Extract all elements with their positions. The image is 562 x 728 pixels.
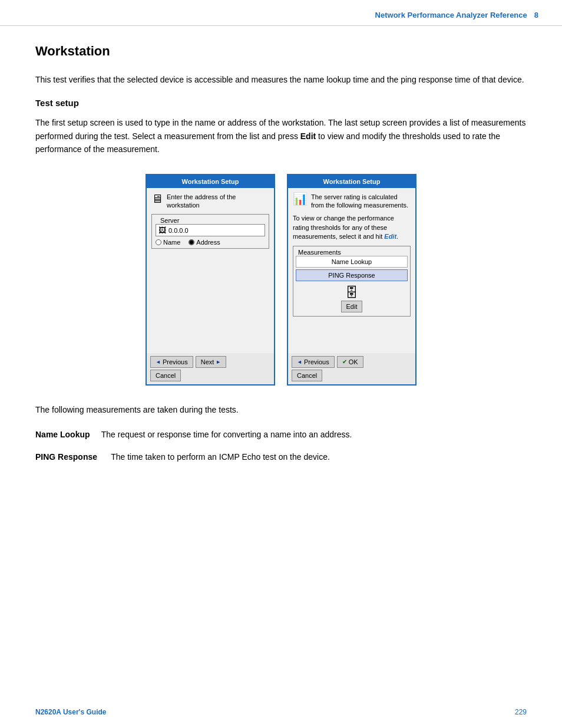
header-title: Network Performance Analyzer Reference (375, 11, 527, 19)
right-footer-bottom: Cancel (288, 370, 415, 384)
screenshots-container: Workstation Setup 🖥 Enter the address of… (35, 174, 527, 386)
left-dialog: Workstation Setup 🖥 Enter the address of… (146, 174, 275, 386)
right-icon-row: 📊 The server rating is calculated from t… (293, 193, 411, 210)
right-footer-top: Previous OK (288, 353, 415, 370)
ok-button[interactable]: OK (337, 356, 363, 368)
setup-paragraph: The first setup screen is used to type i… (35, 116, 527, 156)
right-previous-label: Previous (304, 358, 329, 365)
footer-left: N2620A User's Guide (35, 708, 106, 716)
left-dialog-title: Workstation Setup (147, 175, 274, 188)
measurements-fieldset: Measurements Name Lookup PING Response 🗄… (293, 246, 411, 317)
following-text: The following measurements are taken dur… (35, 403, 527, 416)
ok-label: OK (349, 358, 358, 365)
left-dialog-body: 🖥 Enter the address of the workstation S… (147, 188, 274, 353)
right-previous-button[interactable]: Previous (292, 356, 335, 368)
server-legend: Server (158, 217, 265, 224)
left-cancel-button[interactable]: Cancel (150, 370, 181, 381)
header-page-number: 8 (534, 11, 538, 19)
rating-icon: 📊 (293, 193, 308, 205)
ping-response-desc: PING Response The time taken to perform … (35, 450, 527, 463)
right-cancel-label: Cancel (297, 372, 317, 379)
workstation-icon: 🖥 (151, 193, 163, 205)
ping-response-term: PING Response (35, 452, 97, 462)
left-icon-row: 🖥 Enter the address of the workstation (151, 193, 269, 210)
ip-value: 0.0.0.0 (168, 227, 189, 234)
intro-paragraph: This test verifies that the selected dev… (35, 73, 527, 86)
name-lookup-description: The request or response time for convert… (101, 430, 352, 439)
radio-name-label: Name (163, 239, 180, 246)
left-footer-top: Previous Next (147, 353, 274, 370)
radio-address-label: Address (196, 239, 220, 246)
name-lookup-term: Name Lookup (35, 430, 90, 439)
subsection-title: Test setup (35, 98, 527, 108)
left-next-label: Next (201, 358, 214, 365)
radio-address[interactable]: Address (189, 239, 220, 246)
left-previous-button[interactable]: Previous (150, 356, 193, 368)
radio-name[interactable]: Name (156, 239, 180, 246)
right-desc-text: To view or change the performance rating… (293, 214, 411, 241)
radio-address-circle (189, 239, 194, 245)
input-icon: 🖼 (158, 226, 166, 235)
left-dialog-footer: Previous Next Cancel (147, 353, 274, 384)
right-dialog-title: Workstation Setup (288, 175, 415, 188)
right-dialog: Workstation Setup 📊 The server rating is… (287, 174, 416, 386)
edit-label: Edit (346, 303, 358, 310)
edit-icon-row: 🗄 Edit (296, 283, 408, 314)
edit-button[interactable]: Edit (341, 301, 363, 312)
section-title: Workstation (35, 44, 527, 59)
left-footer-bottom: Cancel (147, 370, 274, 384)
right-dialog-body: 📊 The server rating is calculated from t… (288, 188, 415, 353)
measurements-legend: Measurements (296, 249, 408, 256)
right-cancel-button[interactable]: Cancel (292, 370, 322, 381)
edit-icon: 🗄 (296, 285, 408, 301)
ping-response-description: The time taken to perform an ICMP Echo t… (111, 452, 330, 462)
ip-input-row[interactable]: 🖼 0.0.0.0 (156, 224, 265, 236)
ping-response-item[interactable]: PING Response (296, 269, 408, 281)
left-previous-label: Previous (163, 358, 188, 365)
left-next-button[interactable]: Next (196, 356, 227, 368)
right-icon-text: The server rating is calculated from the… (311, 193, 411, 210)
server-fieldset: Server 🖼 0.0.0.0 Name Address (151, 214, 269, 249)
right-dialog-footer: Previous OK Cancel (288, 353, 415, 384)
radio-name-circle (156, 239, 161, 245)
left-icon-text: Enter the address of the workstation (167, 193, 269, 210)
page-footer: N2620A User's Guide 229 (0, 708, 562, 716)
footer-right: 229 (515, 708, 527, 716)
radio-row: Name Address (156, 239, 265, 246)
page-header: Network Performance Analyzer Reference 8 (0, 0, 562, 26)
name-lookup-item[interactable]: Name Lookup (296, 256, 408, 268)
name-lookup-desc: Name Lookup The request or response time… (35, 428, 527, 441)
main-content: Workstation This test verifies that the … (0, 44, 562, 497)
left-cancel-label: Cancel (156, 372, 176, 379)
